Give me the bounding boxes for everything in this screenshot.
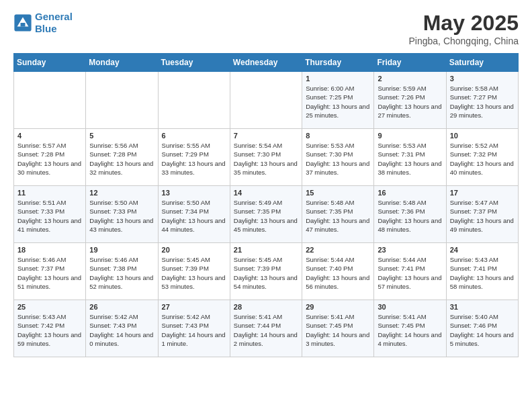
calendar-cell: 12Sunrise: 5:50 AMSunset: 7:33 PMDayligh… [86,186,158,243]
calendar-cell: 5Sunrise: 5:56 AMSunset: 7:28 PMDaylight… [86,129,158,186]
calendar-cell [14,72,86,129]
logo-icon [13,13,32,32]
month-title: May 2025 [409,11,519,36]
day-number: 14 [234,189,298,197]
day-number: 12 [89,189,154,197]
day-number: 7 [234,132,298,140]
day-info: Sunrise: 5:53 AMSunset: 7:30 PMDaylight:… [306,141,370,177]
page-header: General Blue May 2025 Pingba, Chongqing,… [13,11,519,46]
logo: General Blue [13,11,73,35]
calendar-cell: 28Sunrise: 5:41 AMSunset: 7:44 PMDayligh… [230,300,302,357]
calendar-cell: 22Sunrise: 5:44 AMSunset: 7:40 PMDayligh… [302,243,374,300]
calendar-cell: 7Sunrise: 5:54 AMSunset: 7:30 PMDaylight… [230,129,302,186]
day-number: 31 [450,303,515,311]
calendar-cell: 6Sunrise: 5:55 AMSunset: 7:29 PMDaylight… [158,129,230,186]
calendar-cell: 4Sunrise: 5:57 AMSunset: 7:28 PMDaylight… [14,129,86,186]
logo-line1: General [35,11,73,22]
day-info: Sunrise: 5:40 AMSunset: 7:46 PMDaylight:… [450,312,515,348]
calendar-cell: 16Sunrise: 5:48 AMSunset: 7:36 PMDayligh… [374,186,446,243]
day-number: 25 [17,303,82,311]
day-number: 18 [17,246,82,254]
day-info: Sunrise: 5:43 AMSunset: 7:42 PMDaylight:… [17,312,82,348]
svg-rect-2 [21,23,26,27]
day-number: 2 [378,75,442,83]
day-number: 27 [162,303,226,311]
day-info: Sunrise: 5:41 AMSunset: 7:45 PMDaylight:… [306,312,370,348]
calendar-cell: 1Sunrise: 6:00 AMSunset: 7:25 PMDaylight… [302,72,374,129]
day-number: 13 [162,189,226,197]
day-info: Sunrise: 5:47 AMSunset: 7:37 PMDaylight:… [450,198,515,234]
weekday-header-thursday: Thursday [302,54,374,72]
calendar-cell: 19Sunrise: 5:46 AMSunset: 7:38 PMDayligh… [86,243,158,300]
calendar-cell [230,72,302,129]
day-info: Sunrise: 5:58 AMSunset: 7:27 PMDaylight:… [450,84,515,120]
day-number: 6 [162,132,226,140]
day-number: 22 [306,246,370,254]
day-info: Sunrise: 5:44 AMSunset: 7:40 PMDaylight:… [306,255,370,291]
day-number: 3 [450,75,515,83]
calendar-cell: 8Sunrise: 5:53 AMSunset: 7:30 PMDaylight… [302,129,374,186]
calendar-cell: 29Sunrise: 5:41 AMSunset: 7:45 PMDayligh… [302,300,374,357]
day-info: Sunrise: 5:55 AMSunset: 7:29 PMDaylight:… [162,141,226,177]
calendar-cell: 24Sunrise: 5:43 AMSunset: 7:41 PMDayligh… [446,243,518,300]
day-number: 11 [17,189,82,197]
calendar-cell: 31Sunrise: 5:40 AMSunset: 7:46 PMDayligh… [446,300,518,357]
day-info: Sunrise: 6:00 AMSunset: 7:25 PMDaylight:… [306,84,370,120]
day-info: Sunrise: 5:56 AMSunset: 7:28 PMDaylight:… [89,141,154,177]
day-number: 24 [450,246,515,254]
calendar-cell [158,72,230,129]
week-row-4: 18Sunrise: 5:46 AMSunset: 7:37 PMDayligh… [14,243,519,300]
calendar-cell: 23Sunrise: 5:44 AMSunset: 7:41 PMDayligh… [374,243,446,300]
day-number: 29 [306,303,370,311]
day-info: Sunrise: 5:51 AMSunset: 7:33 PMDaylight:… [17,198,82,234]
calendar-cell: 18Sunrise: 5:46 AMSunset: 7:37 PMDayligh… [14,243,86,300]
calendar-cell: 25Sunrise: 5:43 AMSunset: 7:42 PMDayligh… [14,300,86,357]
day-info: Sunrise: 5:46 AMSunset: 7:38 PMDaylight:… [89,255,154,291]
week-row-3: 11Sunrise: 5:51 AMSunset: 7:33 PMDayligh… [14,186,519,243]
day-info: Sunrise: 5:53 AMSunset: 7:31 PMDaylight:… [378,141,442,177]
logo-line2: Blue [35,23,57,34]
weekday-header-wednesday: Wednesday [230,54,302,72]
week-row-2: 4Sunrise: 5:57 AMSunset: 7:28 PMDaylight… [14,129,519,186]
day-number: 4 [17,132,82,140]
day-number: 21 [234,246,298,254]
weekday-header-friday: Friday [374,54,446,72]
calendar-cell: 17Sunrise: 5:47 AMSunset: 7:37 PMDayligh… [446,186,518,243]
day-info: Sunrise: 5:44 AMSunset: 7:41 PMDaylight:… [378,255,442,291]
calendar-cell: 13Sunrise: 5:50 AMSunset: 7:34 PMDayligh… [158,186,230,243]
calendar-cell: 3Sunrise: 5:58 AMSunset: 7:27 PMDaylight… [446,72,518,129]
day-number: 20 [162,246,226,254]
day-number: 16 [378,189,442,197]
calendar-cell: 2Sunrise: 5:59 AMSunset: 7:26 PMDaylight… [374,72,446,129]
calendar-cell: 27Sunrise: 5:42 AMSunset: 7:43 PMDayligh… [158,300,230,357]
day-info: Sunrise: 5:50 AMSunset: 7:34 PMDaylight:… [162,198,226,234]
day-info: Sunrise: 5:57 AMSunset: 7:28 PMDaylight:… [17,141,82,177]
day-number: 1 [306,75,370,83]
day-number: 9 [378,132,442,140]
weekday-header-row: SundayMondayTuesdayWednesdayThursdayFrid… [14,54,519,72]
day-number: 19 [89,246,154,254]
day-info: Sunrise: 5:50 AMSunset: 7:33 PMDaylight:… [89,198,154,234]
day-number: 15 [306,189,370,197]
day-info: Sunrise: 5:41 AMSunset: 7:45 PMDaylight:… [378,312,442,348]
day-info: Sunrise: 5:49 AMSunset: 7:35 PMDaylight:… [234,198,298,234]
location-subtitle: Pingba, Chongqing, China [409,36,519,46]
title-block: May 2025 Pingba, Chongqing, China [409,11,519,46]
day-info: Sunrise: 5:46 AMSunset: 7:37 PMDaylight:… [17,255,82,291]
calendar-cell: 11Sunrise: 5:51 AMSunset: 7:33 PMDayligh… [14,186,86,243]
weekday-header-sunday: Sunday [14,54,86,72]
logo-text: General Blue [35,11,73,35]
day-info: Sunrise: 5:42 AMSunset: 7:43 PMDaylight:… [89,312,154,348]
day-info: Sunrise: 5:43 AMSunset: 7:41 PMDaylight:… [450,255,515,291]
calendar-cell: 20Sunrise: 5:45 AMSunset: 7:39 PMDayligh… [158,243,230,300]
week-row-1: 1Sunrise: 6:00 AMSunset: 7:25 PMDaylight… [14,72,519,129]
day-number: 17 [450,189,515,197]
calendar-cell: 21Sunrise: 5:45 AMSunset: 7:39 PMDayligh… [230,243,302,300]
calendar-cell: 26Sunrise: 5:42 AMSunset: 7:43 PMDayligh… [86,300,158,357]
day-info: Sunrise: 5:45 AMSunset: 7:39 PMDaylight:… [234,255,298,291]
calendar-table: SundayMondayTuesdayWednesdayThursdayFrid… [13,53,519,357]
day-number: 8 [306,132,370,140]
day-number: 5 [89,132,154,140]
calendar-cell: 14Sunrise: 5:49 AMSunset: 7:35 PMDayligh… [230,186,302,243]
calendar-cell: 10Sunrise: 5:52 AMSunset: 7:32 PMDayligh… [446,129,518,186]
